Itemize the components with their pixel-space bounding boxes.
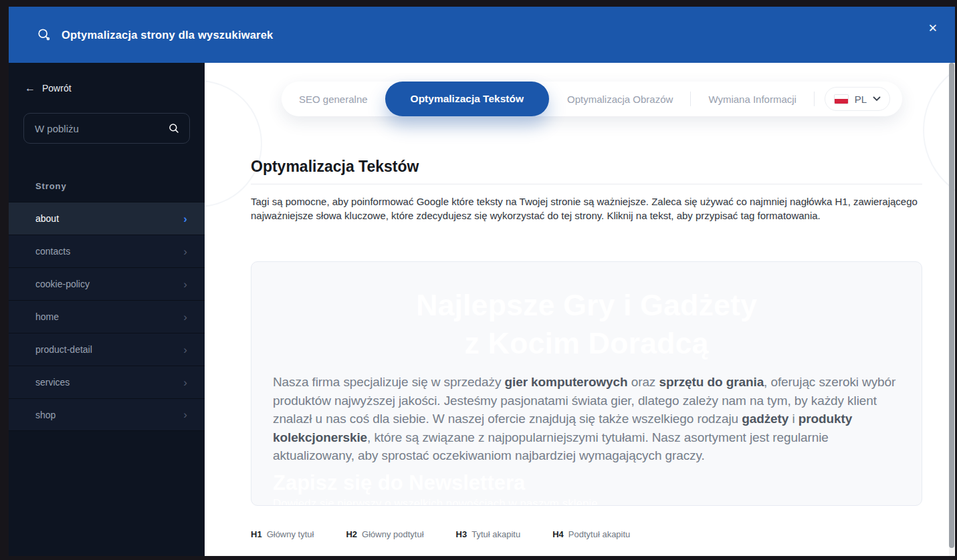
legend-label: Tytuł akapitu xyxy=(471,529,520,539)
close-icon[interactable]: ✕ xyxy=(928,23,938,34)
chevron-right-icon: › xyxy=(183,279,187,290)
pages-list: about › contacts › cookie-policy › home … xyxy=(9,202,205,431)
chevron-right-icon: › xyxy=(183,344,187,356)
sidebar-item-label: cookie-policy xyxy=(35,279,90,289)
sidebar-item-contacts[interactable]: contacts › xyxy=(9,235,205,267)
legend-tag: H3 xyxy=(456,529,467,539)
sidebar-item-label: home xyxy=(35,311,59,322)
seo-modal: Optymalizacja strony dla wyszukiwarek ✕ … xyxy=(9,7,955,556)
modal-title: Optymalizacja strony dla wyszukiwarek xyxy=(62,29,273,41)
poland-flag-icon xyxy=(834,94,849,104)
preview-h1[interactable]: Najlepsze Gry i Gadżety z Kocim Doradcą xyxy=(273,286,900,362)
back-button[interactable]: ← Powrót xyxy=(25,83,205,94)
divider xyxy=(251,184,922,184)
legend-label: Główny podtytuł xyxy=(362,529,424,539)
sidebar-item-label: contacts xyxy=(35,246,70,257)
preview-h1-line2: z Kocim Doradcą xyxy=(273,324,900,362)
tab-optymalizacja-tekstow[interactable]: Optymalizacja Tekstów xyxy=(385,82,549,116)
search-icon[interactable] xyxy=(168,122,180,134)
legend-tag: H1 xyxy=(251,529,262,539)
sidebar-search-input[interactable] xyxy=(35,123,168,134)
modal-header: Optymalizacja strony dla wyszukiwarek ✕ xyxy=(9,7,955,63)
sidebar-item-label: product-detail xyxy=(35,344,92,355)
chevron-right-icon: › xyxy=(183,213,187,225)
modal-body: ← Powrót Strony about › contacts › xyxy=(9,63,955,556)
chevron-right-icon: › xyxy=(183,409,187,420)
tab-wymiana-informacji[interactable]: Wymiana Informacji xyxy=(691,94,814,105)
sidebar-item-product-detail[interactable]: product-detail › xyxy=(9,333,205,366)
chevron-right-icon: › xyxy=(183,246,187,257)
heading-legend: H1 Główny tytuł H2 Główny podtytuł H3 Ty… xyxy=(251,529,922,539)
text-preview-card: Najlepsze Gry i Gadżety z Kocim Doradcą … xyxy=(251,261,922,506)
scrollbar-thumb[interactable] xyxy=(949,63,954,548)
tab-bar: SEO generalne Optymalizacja Tekstów Opty… xyxy=(282,82,902,116)
sidebar-item-label: about xyxy=(35,213,59,224)
preview-newsletter-title[interactable]: Zapisz się do Newslettera xyxy=(273,471,900,495)
preview-paragraph[interactable]: Nasza firma specjalizuje się w sprzedaży… xyxy=(273,373,900,465)
sidebar-item-shop[interactable]: shop › xyxy=(9,398,205,431)
legend-item-h4: H4 Podtytuł akapitu xyxy=(552,529,630,539)
preview-newsletter-subtitle[interactable]: Dowiedz się pierwszy o wszelkich nowości… xyxy=(273,497,900,507)
pages-section-label: Strony xyxy=(35,181,205,191)
sidebar-item-services[interactable]: services › xyxy=(9,366,205,398)
sidebar-item-label: services xyxy=(35,377,70,388)
language-selector[interactable]: PL xyxy=(825,87,890,111)
back-arrow-icon: ← xyxy=(25,83,35,94)
sidebar-item-home[interactable]: home › xyxy=(9,300,205,333)
page-title: Optymalizacja Tekstów xyxy=(251,158,922,176)
main-panel: SEO generalne Optymalizacja Tekstów Opty… xyxy=(205,63,955,556)
tab-optymalizacja-obrazow[interactable]: Optymalizacja Obrazów xyxy=(550,94,690,105)
legend-item-h2: H2 Główny podtytuł xyxy=(346,529,423,539)
back-label: Powrót xyxy=(42,83,72,94)
sidebar-item-cookie-policy[interactable]: cookie-policy › xyxy=(9,267,205,300)
language-code: PL xyxy=(855,94,867,105)
sidebar-search xyxy=(23,113,190,144)
chevron-down-icon xyxy=(873,96,881,102)
sidebar-item-about[interactable]: about › xyxy=(9,202,205,235)
chevron-right-icon: › xyxy=(183,311,187,323)
legend-item-h3: H3 Tytuł akapitu xyxy=(456,529,521,539)
page-backdrop: { "header": { "title": "Optymalizacja st… xyxy=(0,0,957,560)
sidebar-item-label: shop xyxy=(35,410,56,420)
legend-label: Główny tytuł xyxy=(267,529,314,539)
legend-tag: H2 xyxy=(346,529,357,539)
tab-seo-generalne[interactable]: SEO generalne xyxy=(282,94,385,105)
chevron-right-icon: › xyxy=(183,377,187,388)
search-icon xyxy=(37,27,51,42)
page-description: Tagi są pomocne, aby poinformować Google… xyxy=(251,194,922,223)
preview-h1-line1: Najlepsze Gry i Gadżety xyxy=(273,286,900,324)
decorative-ring xyxy=(205,80,262,207)
legend-label: Podtytuł akapitu xyxy=(568,529,631,539)
sidebar: ← Powrót Strony about › contacts › xyxy=(9,63,205,556)
legend-item-h1: H1 Główny tytuł xyxy=(251,529,314,539)
tab-separator xyxy=(814,92,815,106)
legend-tag: H4 xyxy=(552,529,564,539)
scrollbar-track xyxy=(949,63,954,556)
